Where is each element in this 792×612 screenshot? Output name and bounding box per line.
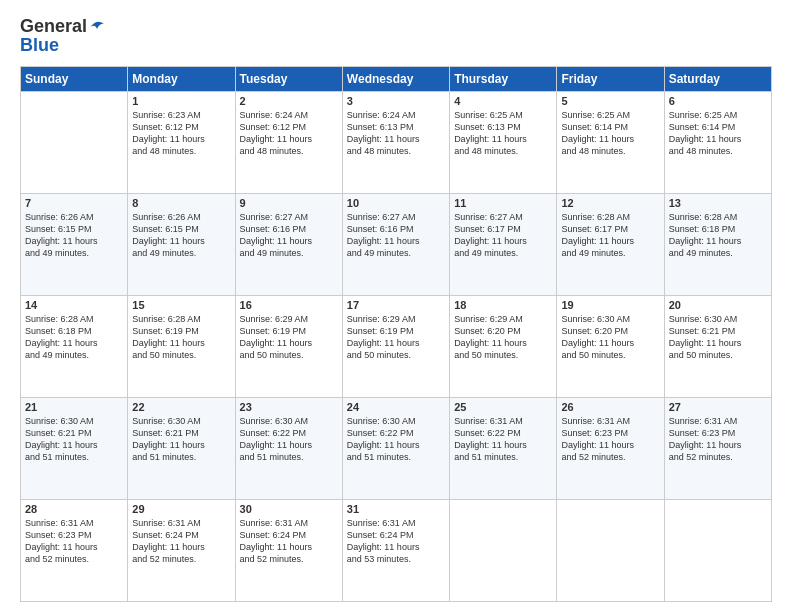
day-info: Sunrise: 6:29 AM Sunset: 6:19 PM Dayligh… [240,313,338,362]
day-info: Sunrise: 6:28 AM Sunset: 6:18 PM Dayligh… [25,313,123,362]
day-info: Sunrise: 6:28 AM Sunset: 6:17 PM Dayligh… [561,211,659,260]
day-number: 11 [454,197,552,209]
day-info: Sunrise: 6:31 AM Sunset: 6:24 PM Dayligh… [132,517,230,566]
day-number: 14 [25,299,123,311]
day-number: 21 [25,401,123,413]
day-number: 9 [240,197,338,209]
calendar-cell: 30Sunrise: 6:31 AM Sunset: 6:24 PM Dayli… [235,500,342,602]
day-info: Sunrise: 6:24 AM Sunset: 6:12 PM Dayligh… [240,109,338,158]
day-number: 10 [347,197,445,209]
day-info: Sunrise: 6:30 AM Sunset: 6:21 PM Dayligh… [132,415,230,464]
calendar-cell: 6Sunrise: 6:25 AM Sunset: 6:14 PM Daylig… [664,92,771,194]
day-info: Sunrise: 6:30 AM Sunset: 6:21 PM Dayligh… [25,415,123,464]
day-number: 4 [454,95,552,107]
calendar-cell [450,500,557,602]
day-number: 5 [561,95,659,107]
day-info: Sunrise: 6:30 AM Sunset: 6:22 PM Dayligh… [347,415,445,464]
day-number: 8 [132,197,230,209]
week-row-4: 28Sunrise: 6:31 AM Sunset: 6:23 PM Dayli… [21,500,772,602]
header: GeneralBlue [20,16,772,56]
header-saturday: Saturday [664,67,771,92]
day-number: 7 [25,197,123,209]
calendar-cell [664,500,771,602]
calendar-cell: 27Sunrise: 6:31 AM Sunset: 6:23 PM Dayli… [664,398,771,500]
day-number: 15 [132,299,230,311]
day-number: 17 [347,299,445,311]
calendar-cell: 14Sunrise: 6:28 AM Sunset: 6:18 PM Dayli… [21,296,128,398]
calendar-cell: 22Sunrise: 6:30 AM Sunset: 6:21 PM Dayli… [128,398,235,500]
header-sunday: Sunday [21,67,128,92]
calendar-cell: 26Sunrise: 6:31 AM Sunset: 6:23 PM Dayli… [557,398,664,500]
day-number: 6 [669,95,767,107]
week-row-1: 7Sunrise: 6:26 AM Sunset: 6:15 PM Daylig… [21,194,772,296]
day-number: 16 [240,299,338,311]
calendar-cell: 20Sunrise: 6:30 AM Sunset: 6:21 PM Dayli… [664,296,771,398]
calendar-cell: 18Sunrise: 6:29 AM Sunset: 6:20 PM Dayli… [450,296,557,398]
calendar-cell [557,500,664,602]
page: GeneralBlue SundayMondayTuesdayWednesday… [0,0,792,612]
day-number: 2 [240,95,338,107]
day-number: 31 [347,503,445,515]
calendar-cell: 11Sunrise: 6:27 AM Sunset: 6:17 PM Dayli… [450,194,557,296]
day-info: Sunrise: 6:23 AM Sunset: 6:12 PM Dayligh… [132,109,230,158]
calendar-cell: 21Sunrise: 6:30 AM Sunset: 6:21 PM Dayli… [21,398,128,500]
day-info: Sunrise: 6:28 AM Sunset: 6:19 PM Dayligh… [132,313,230,362]
calendar-cell: 16Sunrise: 6:29 AM Sunset: 6:19 PM Dayli… [235,296,342,398]
calendar-cell: 15Sunrise: 6:28 AM Sunset: 6:19 PM Dayli… [128,296,235,398]
day-info: Sunrise: 6:31 AM Sunset: 6:24 PM Dayligh… [240,517,338,566]
calendar-cell: 8Sunrise: 6:26 AM Sunset: 6:15 PM Daylig… [128,194,235,296]
day-number: 24 [347,401,445,413]
calendar-cell: 3Sunrise: 6:24 AM Sunset: 6:13 PM Daylig… [342,92,449,194]
week-row-3: 21Sunrise: 6:30 AM Sunset: 6:21 PM Dayli… [21,398,772,500]
day-info: Sunrise: 6:26 AM Sunset: 6:15 PM Dayligh… [25,211,123,260]
day-info: Sunrise: 6:31 AM Sunset: 6:23 PM Dayligh… [561,415,659,464]
calendar-cell [21,92,128,194]
logo-blue: Blue [20,35,59,56]
day-info: Sunrise: 6:25 AM Sunset: 6:13 PM Dayligh… [454,109,552,158]
day-info: Sunrise: 6:29 AM Sunset: 6:19 PM Dayligh… [347,313,445,362]
day-info: Sunrise: 6:31 AM Sunset: 6:24 PM Dayligh… [347,517,445,566]
calendar-cell: 12Sunrise: 6:28 AM Sunset: 6:17 PM Dayli… [557,194,664,296]
calendar-cell: 24Sunrise: 6:30 AM Sunset: 6:22 PM Dayli… [342,398,449,500]
calendar-cell: 28Sunrise: 6:31 AM Sunset: 6:23 PM Dayli… [21,500,128,602]
day-info: Sunrise: 6:27 AM Sunset: 6:17 PM Dayligh… [454,211,552,260]
day-number: 27 [669,401,767,413]
calendar-cell: 10Sunrise: 6:27 AM Sunset: 6:16 PM Dayli… [342,194,449,296]
day-number: 28 [25,503,123,515]
header-tuesday: Tuesday [235,67,342,92]
day-info: Sunrise: 6:30 AM Sunset: 6:21 PM Dayligh… [669,313,767,362]
header-monday: Monday [128,67,235,92]
day-number: 30 [240,503,338,515]
day-info: Sunrise: 6:25 AM Sunset: 6:14 PM Dayligh… [561,109,659,158]
day-number: 13 [669,197,767,209]
day-number: 22 [132,401,230,413]
day-number: 23 [240,401,338,413]
day-info: Sunrise: 6:30 AM Sunset: 6:22 PM Dayligh… [240,415,338,464]
day-number: 25 [454,401,552,413]
calendar-header-row: SundayMondayTuesdayWednesdayThursdayFrid… [21,67,772,92]
calendar-cell: 17Sunrise: 6:29 AM Sunset: 6:19 PM Dayli… [342,296,449,398]
day-number: 3 [347,95,445,107]
calendar-cell: 4Sunrise: 6:25 AM Sunset: 6:13 PM Daylig… [450,92,557,194]
day-number: 29 [132,503,230,515]
day-number: 26 [561,401,659,413]
calendar-cell: 29Sunrise: 6:31 AM Sunset: 6:24 PM Dayli… [128,500,235,602]
day-info: Sunrise: 6:27 AM Sunset: 6:16 PM Dayligh… [347,211,445,260]
calendar-cell: 19Sunrise: 6:30 AM Sunset: 6:20 PM Dayli… [557,296,664,398]
day-number: 20 [669,299,767,311]
day-number: 12 [561,197,659,209]
week-row-2: 14Sunrise: 6:28 AM Sunset: 6:18 PM Dayli… [21,296,772,398]
logo: GeneralBlue [20,16,107,56]
header-friday: Friday [557,67,664,92]
day-number: 18 [454,299,552,311]
calendar-cell: 7Sunrise: 6:26 AM Sunset: 6:15 PM Daylig… [21,194,128,296]
calendar-cell: 31Sunrise: 6:31 AM Sunset: 6:24 PM Dayli… [342,500,449,602]
day-number: 1 [132,95,230,107]
day-info: Sunrise: 6:26 AM Sunset: 6:15 PM Dayligh… [132,211,230,260]
logo-bird-icon [87,17,107,37]
header-thursday: Thursday [450,67,557,92]
day-info: Sunrise: 6:31 AM Sunset: 6:23 PM Dayligh… [669,415,767,464]
calendar-cell: 23Sunrise: 6:30 AM Sunset: 6:22 PM Dayli… [235,398,342,500]
week-row-0: 1Sunrise: 6:23 AM Sunset: 6:12 PM Daylig… [21,92,772,194]
calendar-cell: 5Sunrise: 6:25 AM Sunset: 6:14 PM Daylig… [557,92,664,194]
